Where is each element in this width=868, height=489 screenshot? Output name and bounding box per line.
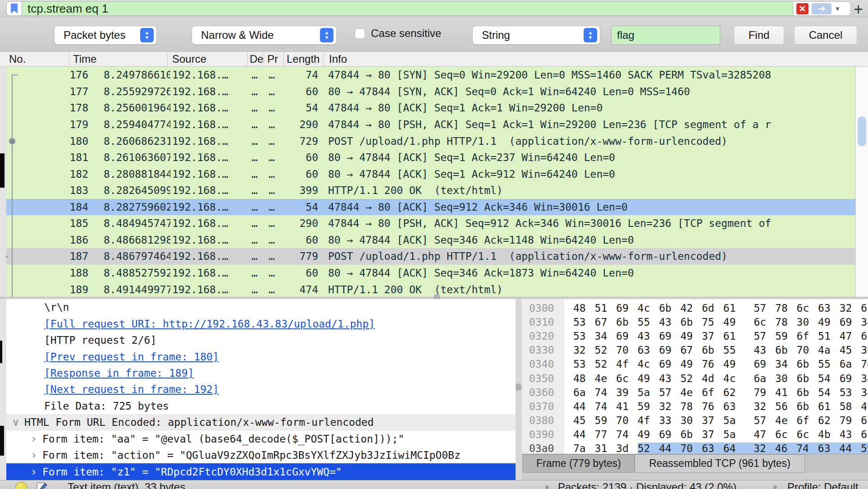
- search-input[interactable]: flag: [611, 26, 720, 45]
- detail-line[interactable]: \r\n: [6, 299, 516, 315]
- hex-row[interactable]: 0320 53 34 69 43 69 49 37 61 57 59 6f 51…: [522, 329, 868, 343]
- hex-row[interactable]: 0370 44 74 41 59 32 78 76 63 32 56 6b 61…: [522, 399, 868, 413]
- packet-source: 192.168.…: [170, 168, 249, 180]
- detail-line[interactable]: › Form item: "z1" = "RDpcd2FtcDY0XHd3d1x…: [6, 463, 516, 480]
- packet-row[interactable]: 183 8.282645099 192.168.… … … 399 HTTP/1…: [6, 182, 855, 199]
- hex-row[interactable]: 0300 48 51 69 4c 6b 42 6d 61 57 78 6c 63…: [522, 301, 868, 315]
- detail-text: [HTTP request 2/6]: [44, 334, 156, 346]
- search-type-select[interactable]: String ▲▼: [472, 26, 600, 45]
- column-time[interactable]: Time: [69, 52, 168, 66]
- packet-row[interactable]: 178 8.256001964 192.168.… … … 54 47844 →…: [6, 100, 855, 116]
- packet-protocol: …: [266, 69, 283, 81]
- profile-text[interactable]: Profile: Default: [787, 481, 858, 489]
- detail-line[interactable]: [Full request URI: http://192.168.43.83/…: [6, 315, 516, 332]
- detail-line[interactable]: [Next request in frame: 192]: [6, 381, 516, 397]
- conversation-gutter: [6, 248, 22, 265]
- packet-time: 8.280881844: [93, 168, 170, 180]
- hex-row[interactable]: 0380 45 59 70 4f 33 30 37 5a 57 4e 6f 62…: [522, 414, 868, 428]
- packet-time: 8.491449977: [93, 284, 170, 295]
- packet-no: 184: [22, 201, 93, 213]
- filter-bookmark-button[interactable]: [6, 1, 22, 16]
- hex-row[interactable]: 0350 48 4e 6c 49 43 52 4d 4c 6a 30 6b 54…: [522, 371, 868, 385]
- hex-row[interactable]: 0340 53 52 4f 4c 69 49 76 49 69 34 6b 55…: [522, 357, 868, 371]
- packet-row[interactable]: 182 8.280881844 192.168.… … … 60 80 → 47…: [6, 166, 855, 182]
- desktop-sliver: [0, 153, 5, 188]
- detail-line[interactable]: ∨ HTML Form URL Encoded: application/x-w…: [6, 414, 516, 430]
- packet-row[interactable]: 180 8.260686231 192.168.… … … 729 POST /…: [6, 133, 855, 149]
- packet-bytes-pane: 0300 48 51 69 4c 6b 42 6d 61 57 78 6c 63…: [522, 299, 868, 454]
- packet-info: 80 → 47844 [ACK] Seq=1 Ack=237 Win=64240…: [322, 152, 855, 163]
- scrollbar-thumb[interactable]: [858, 116, 866, 146]
- detail-line[interactable]: › Form item: "action" = "QGluaV9zZXQoImR…: [6, 447, 516, 463]
- hex-row[interactable]: 0390 44 77 74 49 69 6b 37 5a 47 6c 6c 4b…: [522, 428, 868, 442]
- packet-row[interactable]: 188 8.488527592 192.168.… … … 60 80 → 47…: [6, 265, 855, 281]
- apply-filter-button[interactable]: ➔: [812, 3, 831, 14]
- packet-row[interactable]: 186 8.486681298 192.168.… … … 60 80 → 47…: [6, 232, 855, 249]
- hex-bytes: 53 67 6b 55 43 6b 75 49: [573, 316, 736, 328]
- expand-chevron-icon[interactable]: ›: [27, 433, 41, 445]
- packet-row[interactable]: 177 8.255929726 192.168.… … … 60 80 → 47…: [6, 83, 855, 100]
- hex-row[interactable]: 0330 32 52 70 63 69 67 6b 55 43 6b 70 4a…: [522, 343, 868, 357]
- hex-offset: 0310: [522, 316, 564, 328]
- add-filter-button[interactable]: +: [854, 0, 863, 19]
- search-area-select[interactable]: Packet bytes ▲▼: [54, 26, 157, 45]
- expand-chevron-icon[interactable]: ∨: [9, 416, 23, 429]
- column-no[interactable]: No.: [6, 52, 69, 66]
- packet-row[interactable]: 187 8.486797464 192.168.… … … 779 POST /…: [6, 248, 855, 265]
- column-protocol[interactable]: Pr: [264, 52, 284, 66]
- packet-destination: …: [249, 234, 266, 246]
- packet-row[interactable]: 189 8.491449977 192.168.… … … 474 HTTP/1…: [6, 281, 855, 298]
- packet-source: 192.168.…: [170, 102, 249, 114]
- column-length[interactable]: Length: [284, 52, 324, 66]
- detail-line[interactable]: › Form item: "aa" = "@eval (base64_decod…: [6, 431, 516, 447]
- column-source[interactable]: Source: [168, 52, 248, 66]
- hex-offset: 0390: [522, 429, 564, 440]
- detail-line[interactable]: File Data: 725 bytes: [6, 398, 516, 414]
- cancel-button[interactable]: Cancel: [794, 26, 857, 45]
- packet-list-scrollbar[interactable]: [855, 67, 868, 298]
- hex-row[interactable]: 0310 53 67 6b 55 43 6b 75 49 6c 78 30 49…: [522, 315, 868, 329]
- packet-row[interactable]: 181 8.261063607 192.168.… … … 60 80 → 47…: [6, 149, 855, 166]
- column-destination[interactable]: De: [248, 52, 264, 66]
- expand-chevron-icon[interactable]: ›: [27, 466, 41, 478]
- expand-chevron-icon[interactable]: ›: [27, 449, 41, 461]
- hex-row[interactable]: 03a0 7a 31 3d 52 44 70 63 64 32 46 74 63…: [522, 442, 868, 454]
- case-sensitive-checkbox[interactable]: [355, 28, 365, 39]
- wireshark-window: tcp.stream eq 1 ✕ ➔ ▼ + Packet bytes ▲▼ …: [0, 0, 868, 489]
- packet-time: 8.261063607: [93, 152, 170, 163]
- detail-text: HTML Form URL Encoded: application/x-www…: [24, 416, 374, 428]
- tab-reassembled-tcp[interactable]: Reassembled TCP (961 bytes): [635, 454, 805, 473]
- filter-history-caret[interactable]: ▼: [835, 5, 841, 12]
- packet-destination: …: [249, 86, 266, 97]
- packet-time: 8.486681298: [93, 234, 170, 246]
- detail-line[interactable]: [Prev request in frame: 180]: [6, 348, 516, 364]
- detail-text: [Prev request in frame: 180]: [44, 351, 219, 363]
- packet-source: 192.168.…: [170, 234, 249, 246]
- hex-row[interactable]: 0360 6a 74 39 5a 57 4e 6f 62 79 41 6b 54…: [522, 385, 868, 399]
- clear-filter-button[interactable]: ✕: [796, 3, 809, 14]
- conversation-gutter: [6, 100, 22, 116]
- packet-length: 399: [283, 185, 322, 196]
- packet-no: 179: [22, 119, 93, 130]
- find-button[interactable]: Find: [734, 26, 784, 45]
- capture-comment-icon[interactable]: [36, 481, 48, 489]
- packet-no: 178: [22, 102, 93, 114]
- packet-row[interactable]: 184 8.282759602 192.168.… … … 54 47844 →…: [6, 199, 855, 216]
- column-info[interactable]: Info: [324, 52, 868, 66]
- char-encoding-select[interactable]: Narrow & Wide ▲▼: [192, 26, 337, 45]
- packet-source: 192.168.…: [170, 69, 249, 81]
- packet-destination: …: [249, 250, 266, 262]
- packet-no: 177: [22, 86, 93, 97]
- packet-length: 54: [283, 201, 322, 213]
- splitter-handle[interactable]: [515, 383, 522, 391]
- packet-row[interactable]: 179 8.259404774 192.168.… … … 290 47844 …: [6, 116, 855, 133]
- packet-protocol: …: [266, 152, 283, 163]
- display-filter-input[interactable]: tcp.stream eq 1: [22, 1, 793, 16]
- detail-line[interactable]: [Response in frame: 189]: [6, 365, 516, 381]
- tab-frame[interactable]: Frame (779 bytes): [523, 454, 635, 473]
- packet-protocol: …: [266, 135, 283, 147]
- packet-row[interactable]: 185 8.484945747 192.168.… … … 290 47844 …: [6, 215, 855, 232]
- detail-line[interactable]: [HTTP request 2/6]: [6, 332, 516, 348]
- packet-source: 192.168.…: [170, 284, 249, 295]
- packet-row[interactable]: 176 8.249786610 192.168.… … … 74 47844 →…: [6, 67, 855, 83]
